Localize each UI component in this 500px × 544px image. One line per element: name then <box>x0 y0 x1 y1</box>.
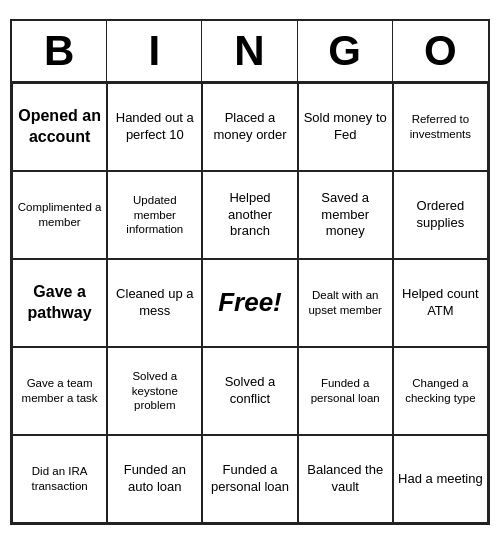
bingo-cell-24: Had a meeting <box>393 435 488 523</box>
bingo-cell-22: Funded a personal loan <box>202 435 297 523</box>
bingo-letter-i: I <box>107 21 202 81</box>
bingo-card: BINGO Opened an accountHanded out a perf… <box>10 19 490 525</box>
bingo-cell-17: Solved a conflict <box>202 347 297 435</box>
bingo-cell-12: Free! <box>202 259 297 347</box>
bingo-cell-5: Complimented a member <box>12 171 107 259</box>
bingo-cell-13: Dealt with an upset member <box>298 259 393 347</box>
bingo-letter-o: O <box>393 21 488 81</box>
bingo-cell-15: Gave a team member a task <box>12 347 107 435</box>
bingo-cell-14: Helped count ATM <box>393 259 488 347</box>
bingo-cell-6: Updated member information <box>107 171 202 259</box>
bingo-cell-16: Solved a keystone problem <box>107 347 202 435</box>
bingo-cell-3: Sold money to Fed <box>298 83 393 171</box>
bingo-cell-8: Saved a member money <box>298 171 393 259</box>
bingo-cell-1: Handed out a perfect 10 <box>107 83 202 171</box>
bingo-cell-2: Placed a money order <box>202 83 297 171</box>
bingo-cell-4: Referred to investments <box>393 83 488 171</box>
bingo-cell-19: Changed a checking type <box>393 347 488 435</box>
bingo-letter-b: B <box>12 21 107 81</box>
bingo-cell-10: Gave a pathway <box>12 259 107 347</box>
bingo-cell-21: Funded an auto loan <box>107 435 202 523</box>
bingo-letter-n: N <box>202 21 297 81</box>
bingo-header: BINGO <box>12 21 488 83</box>
bingo-cell-7: Helped another branch <box>202 171 297 259</box>
bingo-grid: Opened an accountHanded out a perfect 10… <box>12 83 488 523</box>
bingo-cell-23: Balanced the vault <box>298 435 393 523</box>
bingo-cell-9: Ordered supplies <box>393 171 488 259</box>
bingo-cell-11: Cleaned up a mess <box>107 259 202 347</box>
bingo-letter-g: G <box>298 21 393 81</box>
bingo-cell-20: Did an IRA transaction <box>12 435 107 523</box>
bingo-cell-18: Funded a personal loan <box>298 347 393 435</box>
bingo-cell-0: Opened an account <box>12 83 107 171</box>
